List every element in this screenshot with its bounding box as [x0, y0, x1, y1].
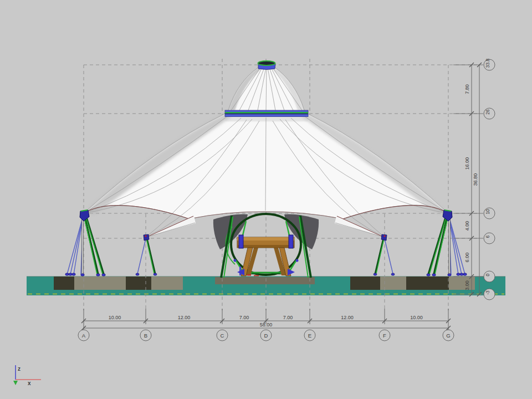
dim-label-total: 36.80 — [473, 173, 478, 186]
table-beam-bottom — [237, 245, 294, 248]
grid-bubble-label-d: D — [264, 332, 268, 339]
ground-anchor — [374, 273, 377, 275]
head-plate — [144, 234, 149, 241]
beam-end-plate — [239, 235, 243, 248]
level-bubble-label: -3 — [485, 290, 490, 295]
ring-joint — [296, 259, 299, 262]
dim-label-span: 7.00 — [283, 315, 293, 320]
level-bubble-label: 6 — [485, 235, 490, 238]
x-axis-label: x — [28, 380, 31, 386]
dim-label-span: 7.80 — [464, 84, 470, 94]
foundation-block — [449, 277, 475, 290]
foundation-block — [54, 277, 74, 290]
z-axis-label: z — [18, 366, 21, 372]
level-bubble-label: 10 — [485, 209, 490, 214]
grid-bubble-label-a: A — [82, 332, 86, 339]
grid-bubble-label-c: C — [221, 332, 224, 339]
red-marker — [247, 274, 251, 276]
foundation-block — [74, 277, 126, 290]
foundation-block — [406, 277, 449, 290]
dim-label-total: 58.00 — [260, 322, 273, 328]
level-bubble-label: 33.8 — [485, 58, 490, 68]
tension-ring-band — [225, 110, 308, 117]
elevation-drawing: 10.0012.007.007.0012.0010.0058.00ABCDEFG… — [0, 0, 532, 399]
dim-label-span: 10.00 — [410, 315, 423, 320]
foundation-block — [151, 277, 183, 290]
dim-label-span: 16.00 — [464, 157, 470, 170]
foundation-block — [350, 277, 380, 290]
foundation-block — [126, 277, 151, 290]
dim-label-span: 6.00 — [464, 253, 470, 263]
dim-label-span: 3.00 — [464, 280, 470, 290]
ring-joint — [234, 259, 237, 262]
ground-anchor — [136, 273, 139, 275]
dim-label-span: 10.00 — [109, 315, 121, 320]
ground-anchor — [391, 273, 395, 275]
table-beam-top — [237, 237, 294, 241]
level-bubble-label: 0 — [485, 273, 490, 276]
red-marker — [254, 275, 259, 277]
level-bubble-label: 26 — [485, 109, 490, 115]
dim-label-span: 12.00 — [178, 315, 191, 320]
ground-anchor — [154, 273, 157, 275]
dim-label-span: 4.00 — [464, 221, 470, 231]
apex-cap — [258, 61, 276, 70]
head-plate — [381, 234, 387, 241]
dim-label-span: 7.00 — [239, 315, 249, 320]
grid-bubble-label-b: B — [144, 332, 147, 339]
grid-bubble-label-f: F — [383, 332, 386, 339]
grid-bubble-label-g: G — [446, 332, 450, 339]
red-fitting — [145, 236, 147, 237]
center-platform — [215, 277, 315, 284]
cad-drawing-viewport[interactable]: 10.0012.007.007.0012.0010.0058.00ABCDEFG… — [0, 0, 532, 399]
beam-end-plate — [289, 235, 293, 248]
dim-label-span: 12.00 — [341, 315, 354, 320]
grid-bubble-label-e: E — [308, 332, 311, 339]
foundation-block — [380, 277, 406, 290]
red-fitting — [384, 236, 386, 237]
under-band-shade — [225, 116, 308, 121]
